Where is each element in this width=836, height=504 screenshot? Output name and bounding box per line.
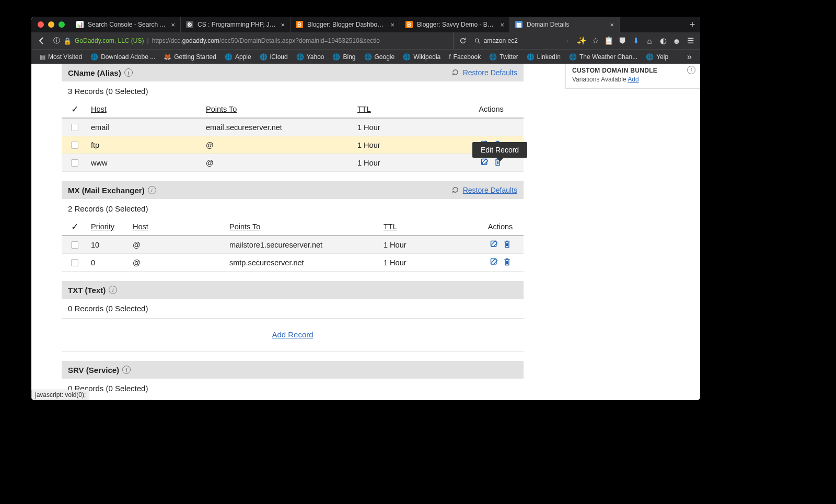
bookmark-item[interactable]: 🌐Twitter [485,53,522,61]
bookmark-label: Wikipedia [413,53,440,61]
home-icon[interactable]: ⌂ [644,37,655,45]
row-checkbox[interactable] [71,259,78,266]
close-window[interactable] [38,21,44,28]
bookmark-icon: 🌐 [364,53,372,61]
info-icon[interactable]: i [148,186,156,194]
bookmark-icon: 🌐 [527,53,535,61]
bookmark-item[interactable]: 🌐Apple [220,53,256,61]
bookmarks-overflow[interactable]: » [683,52,696,62]
restore-defaults-link[interactable]: Restore Defaults [463,68,517,77]
bookmark-item[interactable]: 🌐Google [360,53,399,61]
table-row: www @ 1 Hour [62,154,524,172]
tab-close-icon[interactable]: × [500,21,504,29]
add-record-link[interactable]: Add Record [272,330,313,339]
maximize-window[interactable] [59,21,65,28]
tab-label: Blogger: Blogger Dashboard [307,21,386,28]
bookmark-icon: 🌐 [403,53,411,61]
col-points-to[interactable]: Points To [206,105,237,113]
cell-ttl: 1 Hour [354,159,459,167]
delete-icon[interactable] [503,257,512,266]
col-host[interactable]: Host [91,105,107,113]
bookmark-item[interactable]: 🌐Yahoo [292,53,329,61]
bookmark-item[interactable]: 🌐Download Adobe ... [86,53,159,61]
cname-count: 3 Records (0 Selected) [62,81,524,101]
minimize-window[interactable] [48,21,54,28]
tab-close-icon[interactable]: × [171,21,175,29]
browser-tab[interactable]: BBlogger: Savvy Demo - Bas...× [400,17,510,32]
bookmark-item[interactable]: fFacebook [445,53,485,61]
downloads-icon[interactable]: ⬇ [630,36,642,45]
row-checkbox[interactable] [71,241,78,249]
select-all-icon[interactable]: ✓ [71,221,79,232]
search-input[interactable] [484,37,555,44]
cname-thead: ✓ Host Points To TTL Actions [62,101,524,119]
bookmark-item[interactable]: 🌐The Weather Chan... [565,53,642,61]
bookmark-item[interactable]: 🌐iCloud [256,53,292,61]
bookmark-item[interactable]: 🌐LinkedIn [522,53,565,61]
select-all-icon[interactable]: ✓ [71,103,79,115]
tool-wand-icon[interactable]: ✨ [576,36,587,45]
row-checkbox[interactable] [71,159,78,167]
new-tab-button[interactable]: + [684,19,700,30]
col-ttl[interactable]: TTL [357,105,371,113]
bookmark-item[interactable]: 🌐Yelp [642,53,672,61]
srv-header: SRV (Service) i [62,361,524,379]
col-host[interactable]: Host [133,222,148,231]
tab-close-icon[interactable]: × [281,21,285,29]
bookmark-label: Yelp [656,53,668,61]
bookmark-label: Facebook [454,53,481,61]
firefox-icon[interactable]: ◐ [657,36,669,45]
browser-tab[interactable]: ⚙CS : Programming PHP, JQ...× [181,17,291,32]
cname-title: CName (Alias) [68,68,121,77]
cell-ttl: 1 Hour [380,241,477,249]
tab-label: Blogger: Savvy Demo - Bas... [417,21,496,28]
bookmark-label: LinkedIn [537,53,561,61]
tab-close-icon[interactable]: × [390,21,394,29]
col-ttl[interactable]: TTL [384,222,397,231]
edit-icon[interactable] [480,158,489,167]
cell-points-to: email.secureserver.net [203,123,354,132]
toolbar-icons: ✨ ☆ 📋 ⛊ ⬇ ⌂ ◐ ☻ ☰ [573,36,696,45]
bookmark-star-icon[interactable]: ☆ [589,36,601,45]
cell-actions [477,257,524,268]
delete-icon[interactable] [503,240,512,249]
search-bar[interactable] [470,32,559,49]
restore-defaults-link[interactable]: Restore Defaults [463,186,517,194]
info-icon[interactable]: i [124,68,133,77]
col-priority[interactable]: Priority [91,222,114,231]
reload-button[interactable] [456,32,470,49]
bookmark-item[interactable]: 🦊Getting Started [159,53,220,61]
table-row: 0 @ smtp.secureserver.net 1 Hour [62,254,524,272]
url-bar[interactable]: ⓘ 🔒 GoDaddy.com, LLC (US) | https://dcc.… [50,32,454,49]
tab-close-icon[interactable]: × [610,21,614,29]
cell-points-to: mailstore1.secureserver.net [226,241,380,249]
clipboard-icon[interactable]: 📋 [603,36,614,45]
browser-tab[interactable]: ▦Domain Details× [510,17,620,32]
sidebar-add-link[interactable]: Add [628,76,638,83]
row-checkbox[interactable] [71,142,78,149]
tab-favicon: B [405,21,413,28]
pocket-icon[interactable]: ⛊ [617,37,628,45]
info-icon[interactable]: i [122,366,131,374]
row-checkbox[interactable] [71,124,78,131]
search-go[interactable]: → [559,37,573,45]
txt-header: TXT (Text) i [62,281,524,299]
col-actions: Actions [488,222,513,231]
info-icon[interactable]: i [109,286,117,294]
cell-host: www [88,159,203,167]
bookmark-item[interactable]: ▦Most Visited [36,53,86,61]
browser-tab[interactable]: BBlogger: Blogger Dashboard× [291,17,400,32]
back-button[interactable] [36,34,48,47]
col-points-to[interactable]: Points To [229,222,260,231]
info-icon[interactable]: i [687,66,695,74]
menu-icon[interactable]: ☰ [684,36,696,45]
bookmark-item[interactable]: 🌐Wikipedia [399,53,445,61]
table-row: 10 @ mailstore1.secureserver.net 1 Hour [62,236,524,254]
bookmark-item[interactable]: 🌐Bing [328,53,359,61]
edit-icon[interactable] [490,240,498,249]
edit-icon[interactable] [490,257,498,266]
srv-count: 0 Records (0 Selected) [62,379,524,398]
browser-tab[interactable]: 📊Search Console - Search A...× [71,17,181,32]
site-info-icon[interactable]: ⓘ [53,36,60,45]
account-icon[interactable]: ☻ [671,37,682,45]
